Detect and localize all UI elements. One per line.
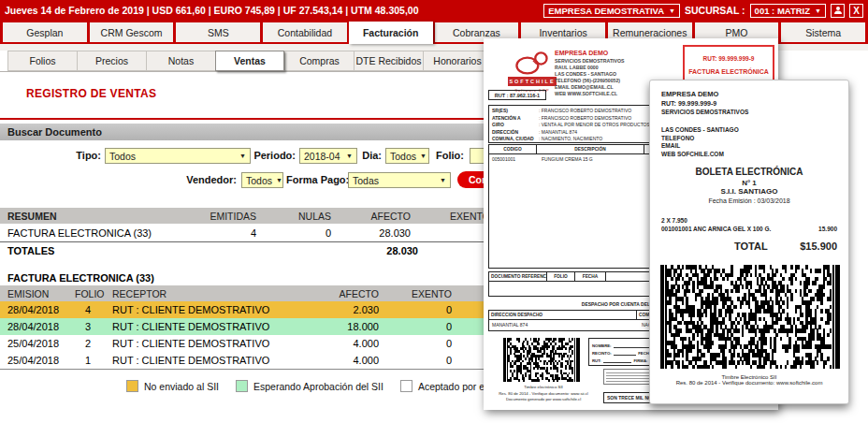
tab-sms[interactable]: SMS <box>176 22 260 42</box>
col-descripcion: DESCRIPCIÓN <box>537 145 644 153</box>
subtab-honorarios[interactable]: Honorarios <box>423 51 492 71</box>
cell-folio: 1 <box>67 355 108 366</box>
client-row-label: DIRECCIÓN <box>492 129 539 137</box>
totales-afecto-value: 28.030 <box>339 245 418 256</box>
legend-swatch <box>126 380 138 392</box>
resumen-data-row: FACTURA ELECTRONICA (33)4028.030 <box>0 226 524 241</box>
detalle-col-emision: EMISION <box>0 288 67 299</box>
forma-pago-label: Forma Pago: <box>286 174 344 185</box>
boleta-item-amount: 15.900 <box>818 226 837 232</box>
vendedor-label: Vendedor: <box>182 174 237 185</box>
vendedor-select[interactable]: Todos ▼ <box>241 172 283 188</box>
legend-label: Esperando Aprobación del SII <box>253 381 383 392</box>
cell-receptor: RUT : CLIENTE DEMOSTRATIVO <box>108 355 302 366</box>
resumen-col-nulas: NULAS <box>264 211 339 222</box>
status-legend: No enviado al SIIEsperando Aprobación de… <box>126 380 536 392</box>
detalle-col-folio: FOLIO <box>67 288 108 299</box>
chevron-down-icon: ▼ <box>346 153 353 159</box>
topbar: Jueves 14 de Febrero de 2019 | USD 661,6… <box>0 0 868 21</box>
close-button[interactable]: X <box>849 4 863 18</box>
boleta-total-label: TOTAL <box>734 241 768 252</box>
softchile-mouse-logo-icon <box>512 51 555 75</box>
tipo-select-value: Todos <box>109 151 136 162</box>
boleta-header-line: RUT: 99.999.999-9 <box>661 99 748 109</box>
invoice-row-folio-3[interactable]: 28/04/20183RUT : CLIENTE DEMOSTRATIVO18.… <box>0 318 524 335</box>
rut-doc-box-type: FACTURA ELECTRÓNICA <box>685 68 773 75</box>
page-title: REGISTRO DE VENTAS <box>26 87 156 100</box>
branch-select[interactable]: 001 : MATRIZ ▼ <box>750 4 826 18</box>
col-fecha: FECHA <box>575 272 606 281</box>
detalle-title: FACTURA ELECTRONICA (33) <box>7 272 154 284</box>
folio-label: Folio: <box>432 150 464 161</box>
tab-crm-gescom[interactable]: CRM Gescom <box>90 22 174 42</box>
client-row-value: : FRANCISCO ROBERTO DEMOSTRATIVO <box>539 115 631 123</box>
boleta-contact-line: EMAIL <box>661 142 739 151</box>
legend-label: No enviado al SII <box>144 381 219 392</box>
search-panel-header: Buscar Documento <box>0 124 524 140</box>
subtab-dte-recibidos[interactable]: DTE Recibidos <box>354 51 423 71</box>
invoice-row-folio-4[interactable]: 28/04/20184RUT : CLIENTE DEMOSTRATIVO2.0… <box>0 301 524 318</box>
boleta-header-line: EMPRESA DEMO <box>661 90 748 99</box>
periodo-select[interactable]: 2018-04 ▼ <box>299 148 357 164</box>
forma-pago-select[interactable]: Todas ▼ <box>348 172 451 188</box>
col-direccion-despacho: DIRECCION DESPACHO <box>489 311 637 319</box>
emitter-name: EMPRESA DEMO <box>555 50 624 56</box>
cell-folio: 4 <box>67 304 108 315</box>
legend-item-esperando-aprobaci-n-del-sii: Esperando Aprobación del SII <box>236 380 383 392</box>
boleta-total-row: TOTAL $15.900 <box>661 241 837 252</box>
cell-emision: 25/04/2018 <box>0 338 67 349</box>
cell-receptor: RUT : CLIENTE DEMOSTRATIVO <box>108 338 302 349</box>
detalle-header-row: EMISIONFOLIORECEPTORAFECTOEXENTO <box>0 285 524 301</box>
col-folio: FOLIO <box>547 272 575 281</box>
user-icon[interactable] <box>831 4 845 18</box>
emitter-line: RAUL LABBE 0000 <box>555 65 624 71</box>
boleta-contact-line: LAS CONDES - SANTIAGO <box>661 126 739 135</box>
subtab-ventas[interactable]: Ventas <box>215 51 284 71</box>
client-row-label: GIRO <box>492 122 539 129</box>
tab-contabilidad[interactable]: Contabilidad <box>263 22 347 42</box>
chevron-down-icon: ▼ <box>815 7 821 14</box>
dia-select[interactable]: Todos ▼ <box>385 148 429 164</box>
softchile-logo-wordmark: SOFTCHILE <box>508 77 557 86</box>
subtab-compras[interactable]: Compras <box>284 51 354 71</box>
subtab-folios[interactable]: Folios <box>7 51 77 71</box>
item-code: 005001001 <box>492 156 542 162</box>
chevron-down-icon: ▼ <box>239 153 246 159</box>
cell-emision: 28/04/2018 <box>0 321 67 332</box>
emitter-line: TELEFONO (56)-(226950052) <box>555 78 624 84</box>
tab-facturaci-n[interactable]: Facturación <box>349 22 433 44</box>
cell-exento: 0 <box>386 304 459 315</box>
cell-afecto: 18.000 <box>302 321 386 332</box>
despacho-direccion: MANANTIAL 874 <box>492 322 642 328</box>
cell-afecto: 4.000 <box>302 338 386 349</box>
emitter-line: LAS CONDES - SANTIAGO <box>555 71 624 78</box>
boleta-title: BOLETA ELECTRÓNICA <box>650 167 848 177</box>
tab-sistema[interactable]: Sistema <box>781 22 865 42</box>
client-row-value: : NACIMIENTO, NACIMIENTO <box>539 136 602 143</box>
tab-gesplan[interactable]: Gesplan <box>3 22 87 42</box>
client-row-label: ATENCIÓN A <box>492 115 539 123</box>
client-row-label: SR(ES) <box>492 108 539 115</box>
chevron-down-icon: ▼ <box>276 177 282 183</box>
dia-select-value: Todos <box>390 151 416 162</box>
subtab-notas[interactable]: Notas <box>146 51 215 71</box>
client-row-label: COMUNA, CIUDAD <box>492 136 539 143</box>
company-select[interactable]: EMPRESA DEMOSTRATIVA ▼ <box>543 4 680 18</box>
detalle-col-exento: EXENTO <box>386 288 459 299</box>
subtab-precios[interactable]: Precios <box>77 51 146 71</box>
forma-pago-select-value: Todas <box>353 175 379 186</box>
invoice-row-folio-2[interactable]: 25/04/20182RUT : CLIENTE DEMOSTRATIVO4.0… <box>0 335 524 352</box>
boleta-number: N° 1 <box>650 179 848 187</box>
boleta-contact-line: WEB SOFCHILE.COM <box>661 151 739 159</box>
sig-nombre-label: NOMBRE: <box>592 343 612 348</box>
user-icon-glyph <box>833 6 843 15</box>
client-row-value: : FRANCISCO ROBERTO DEMOSTRATIVO <box>539 108 631 115</box>
tipo-select[interactable]: Todos ▼ <box>105 148 251 164</box>
tipo-label: Tipo: <box>45 150 101 161</box>
rut-doc-box-rut: RUT: 99.999.999-9 <box>685 55 773 62</box>
invoice-row-folio-1[interactable]: 25/04/20181RUT : CLIENTE DEMOSTRATIVO4.0… <box>0 352 524 369</box>
chevron-down-icon: ▼ <box>669 7 675 14</box>
emitter-block: EMPRESA DEMO SERVICIOS DEMOSTRATIVOSRAUL… <box>555 50 624 97</box>
resumen-doc-type: FACTURA ELECTRONICA (33) <box>0 227 202 239</box>
cell-receptor: RUT : CLIENTE DEMOSTRATIVO <box>108 321 302 332</box>
